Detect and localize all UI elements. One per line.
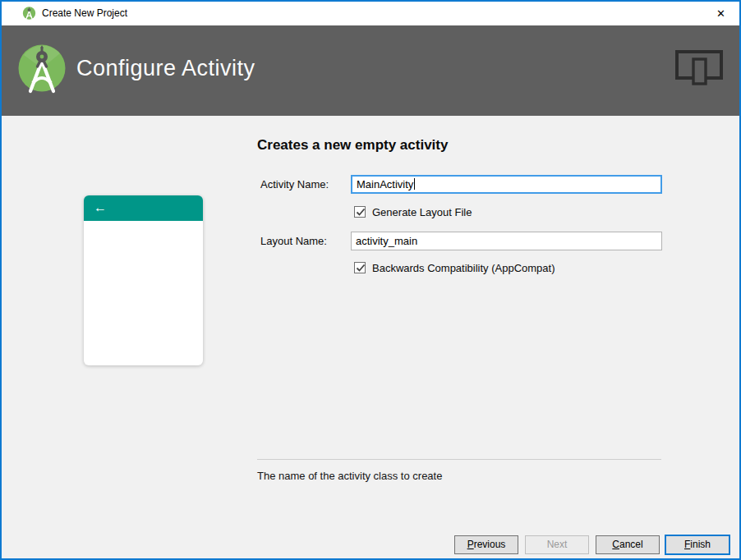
check-icon bbox=[356, 264, 366, 273]
activity-name-value: MainActivity bbox=[357, 178, 413, 190]
backwards-compat-checkbox[interactable] bbox=[354, 262, 366, 273]
window-title: Create New Project bbox=[42, 7, 127, 19]
create-new-project-window: Create New Project ✕ Configure Activity bbox=[0, 0, 741, 560]
text-caret bbox=[414, 178, 415, 190]
generate-layout-label[interactable]: Generate Layout File bbox=[372, 206, 472, 218]
back-arrow-icon: ← bbox=[94, 200, 107, 215]
close-button[interactable]: ✕ bbox=[702, 2, 739, 25]
activity-preview-thumbnail[interactable]: ← bbox=[84, 195, 203, 365]
android-studio-logo-icon bbox=[18, 44, 66, 96]
wizard-header: Configure Activity bbox=[2, 25, 739, 116]
layout-name-input[interactable]: activity_main bbox=[351, 232, 662, 250]
preview-appbar: ← bbox=[84, 195, 203, 221]
cancel-button[interactable]: Cancel bbox=[596, 535, 660, 554]
activity-name-input[interactable]: MainActivity bbox=[351, 175, 662, 194]
phone-tablet-icon bbox=[675, 50, 723, 86]
wizard-body: ← Creates a new empty activity Activity … bbox=[2, 116, 739, 558]
next-button: Next bbox=[525, 535, 589, 554]
field-description: The name of the activity class to create bbox=[257, 470, 442, 482]
form-heading: Creates a new empty activity bbox=[257, 137, 448, 154]
generate-layout-checkbox[interactable] bbox=[354, 206, 366, 218]
activity-name-label: Activity Name: bbox=[260, 175, 329, 195]
previous-button[interactable]: Previous bbox=[454, 535, 518, 554]
layout-name-value: activity_main bbox=[356, 235, 417, 247]
wizard-step-title: Configure Activity bbox=[76, 56, 255, 81]
check-icon bbox=[356, 208, 366, 217]
footer-separator bbox=[257, 459, 661, 460]
finish-button[interactable]: Finish bbox=[665, 535, 730, 555]
layout-name-label: Layout Name: bbox=[260, 232, 327, 251]
backwards-compat-label[interactable]: Backwards Compatibility (AppCompat) bbox=[372, 262, 555, 274]
android-studio-icon bbox=[22, 7, 36, 21]
titlebar: Create New Project ✕ bbox=[2, 2, 739, 25]
